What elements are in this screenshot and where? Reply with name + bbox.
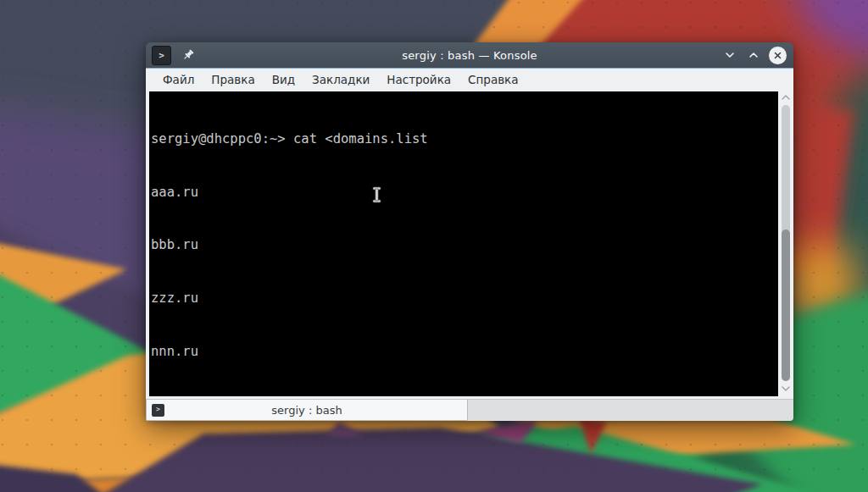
- terminal-command-line: sergiy@dhcppc0:~> cat <domains.list: [151, 130, 778, 148]
- command-text: cat <domains.list: [293, 131, 428, 146]
- scrollbar-track[interactable]: [782, 105, 790, 381]
- tab-sergiy-bash[interactable]: > sergiy : bash: [146, 400, 468, 421]
- menu-file[interactable]: Файл: [154, 69, 203, 91]
- terminal-screen[interactable]: sergiy@dhcppc0:~> cat <domains.list aaa.…: [149, 91, 778, 396]
- terminal-output-line: zzz.ru: [151, 290, 778, 307]
- menu-help[interactable]: Справка: [459, 69, 526, 91]
- titlebar[interactable]: > sergiy : bash — Konsole: [146, 42, 793, 69]
- scroll-up-icon[interactable]: [778, 91, 793, 103]
- prompt-text: sergiy@dhcppc0:~>: [151, 131, 293, 146]
- terminal-scrollbar[interactable]: [778, 91, 793, 396]
- terminal-output-line: nnn.ru: [151, 343, 778, 361]
- pin-icon[interactable]: [179, 46, 198, 64]
- terminal-output-line: aaa.ru: [151, 184, 778, 202]
- menu-edit[interactable]: Правка: [203, 69, 263, 91]
- tabbar: > sergiy : bash: [146, 399, 793, 421]
- close-button[interactable]: [769, 47, 787, 64]
- terminal-output-line: qqq.ru: [151, 395, 778, 396]
- tab-konsole-icon: >: [152, 404, 164, 417]
- menu-view[interactable]: Вид: [264, 69, 303, 91]
- konsole-app-icon[interactable]: >: [152, 46, 171, 65]
- konsole-window: > sergiy : bash — Konsole: [146, 42, 793, 420]
- menubar: Файл Правка Вид Закладки Настройка Справ…: [146, 69, 793, 91]
- window-controls: [721, 47, 787, 64]
- scroll-down-icon[interactable]: [778, 383, 793, 395]
- tab-label: sergiy : bash: [147, 404, 467, 417]
- menu-settings[interactable]: Настройка: [378, 69, 459, 91]
- terminal-frame: sergiy@dhcppc0:~> cat <domains.list aaa.…: [146, 91, 793, 399]
- minimize-button[interactable]: [721, 47, 738, 64]
- scrollbar-thumb[interactable]: [782, 229, 790, 381]
- window-title: sergiy : bash — Konsole: [146, 49, 793, 62]
- maximize-button[interactable]: [745, 47, 762, 64]
- menu-bookmarks[interactable]: Закладки: [303, 69, 378, 91]
- terminal-output-line: bbb.ru: [151, 236, 778, 254]
